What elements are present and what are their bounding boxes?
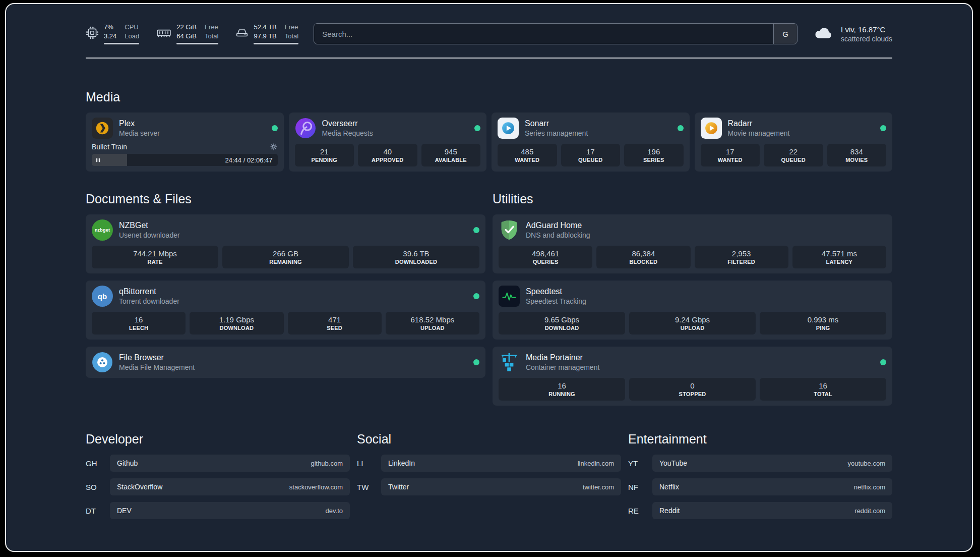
stat-label: UPLOAD bbox=[388, 325, 477, 331]
search-provider-button[interactable]: G bbox=[773, 24, 797, 44]
stat-value: 0 bbox=[631, 381, 754, 390]
service-card-qbittorrent[interactable]: qb qBittorrent Torrent downloader 16 LEE… bbox=[86, 281, 485, 340]
stat-available: 945 AVAILABLE bbox=[421, 144, 481, 166]
service-subtitle: Speedtest Tracking bbox=[526, 297, 586, 305]
bookmark-link-linkedin[interactable]: LinkedIn linkedin.com bbox=[381, 455, 621, 472]
playback-time: 24:44 / 02:06:47 bbox=[225, 156, 273, 164]
resource-widget-memory: 22 GiB 64 GiB Free Total bbox=[156, 23, 218, 44]
bookmark-link-github[interactable]: Github github.com bbox=[110, 455, 350, 472]
stat-value: 9.65 Gbps bbox=[501, 315, 623, 324]
stat-wanted: 485 WANTED bbox=[498, 144, 557, 166]
weather-widget: Lviv, 16.87°C scattered clouds bbox=[813, 25, 892, 43]
service-name: AdGuard Home bbox=[526, 221, 590, 230]
service-card-speedtest[interactable]: Speedtest Speedtest Tracking 9.65 Gbps D… bbox=[493, 281, 892, 340]
service-card-nzbget[interactable]: nzbget NZBGet Usenet downloader 744.21 M… bbox=[86, 214, 485, 273]
stat-value: 1.19 Gbps bbox=[192, 315, 281, 324]
pause-icon[interactable] bbox=[95, 157, 101, 163]
stat-label: LATENCY bbox=[794, 259, 884, 265]
section-title-entertainment: Entertainment bbox=[628, 432, 892, 447]
resource-widget-disk: 52.4 TB 97.9 TB Free Total bbox=[235, 23, 298, 44]
disk-total-label: Total bbox=[285, 32, 298, 41]
status-dot bbox=[272, 125, 278, 131]
bookmark-row-youtube: YT YouTube youtube.com bbox=[628, 455, 892, 472]
gear-icon[interactable] bbox=[270, 143, 278, 151]
plex-now-playing: Bullet Train 24:44 / 02:06:47 bbox=[92, 143, 278, 166]
bookmark-link-reddit[interactable]: Reddit reddit.com bbox=[652, 502, 892, 519]
bookmark-url: reddit.com bbox=[854, 507, 885, 515]
stat-leech: 16 LEECH bbox=[92, 312, 186, 335]
search-input[interactable] bbox=[314, 30, 773, 38]
stat-value: 834 bbox=[829, 147, 885, 156]
service-card-adguard[interactable]: AdGuard Home DNS and adblocking 498,461 … bbox=[493, 214, 892, 273]
now-playing-title: Bullet Train bbox=[92, 143, 127, 151]
stat-series: 196 SERIES bbox=[624, 144, 684, 166]
media-cards: Plex Media server Bullet Train bbox=[86, 113, 892, 172]
cpu-usage-value: 7% bbox=[104, 23, 116, 32]
stat-value: 498,461 bbox=[501, 249, 590, 258]
adguard-icon bbox=[499, 219, 520, 241]
service-card-sonarr[interactable]: Sonarr Series management 485 WANTED 17 Q… bbox=[492, 113, 690, 172]
bookmark-link-twitter[interactable]: Twitter twitter.com bbox=[381, 478, 621, 495]
cloud-icon bbox=[813, 25, 835, 43]
status-dot bbox=[473, 293, 479, 299]
bookmark-link-stackoverflow[interactable]: StackOverflow stackoverflow.com bbox=[110, 478, 350, 495]
status-dot bbox=[880, 125, 886, 131]
stat-label: WANTED bbox=[703, 157, 758, 163]
disk-icon bbox=[235, 26, 249, 41]
bookmark-row-github: GH Github github.com bbox=[86, 455, 350, 472]
stat-rate: 744.21 Mbps RATE bbox=[92, 246, 218, 268]
status-dot bbox=[473, 359, 479, 365]
stat-label: SEED bbox=[290, 325, 380, 331]
speedtest-icon bbox=[499, 286, 520, 307]
stat-downloaded: 39.6 TB DOWNLOADED bbox=[353, 246, 479, 268]
playback-progress-bar[interactable]: 24:44 / 02:06:47 bbox=[92, 154, 278, 166]
service-card-filebrowser[interactable]: File Browser Media File Management bbox=[86, 347, 485, 378]
memory-free-value: 22 GiB bbox=[176, 23, 197, 32]
service-subtitle: Media File Management bbox=[119, 363, 195, 371]
stat-value: 86,384 bbox=[598, 249, 688, 258]
weather-condition: scattered clouds bbox=[841, 35, 892, 43]
section-title-social: Social bbox=[357, 432, 621, 447]
utilities-section: Utilities AdGuard Home DNS and adblockin… bbox=[493, 192, 892, 406]
bookmark-link-dev[interactable]: DEV dev.to bbox=[110, 502, 350, 519]
stat-value: 744.21 Mbps bbox=[94, 249, 216, 258]
stat-value: 0.993 ms bbox=[762, 315, 884, 324]
stat-value: 16 bbox=[501, 381, 623, 390]
bookmark-url: dev.to bbox=[326, 507, 343, 515]
bookmarks-group-entertainment: Entertainment YT YouTube youtube.com NF … bbox=[628, 432, 892, 519]
stat-approved: 40 APPROVED bbox=[358, 144, 417, 166]
service-name: Sonarr bbox=[525, 119, 588, 128]
stat-wanted: 17 WANTED bbox=[701, 144, 760, 166]
bookmark-abbr: DT bbox=[86, 507, 103, 515]
cpu-load-label: Load bbox=[125, 32, 139, 41]
bookmark-row-twitter: TW Twitter twitter.com bbox=[357, 478, 621, 495]
status-dot bbox=[473, 227, 479, 233]
stat-label: REMAINING bbox=[224, 259, 347, 265]
stat-upload: 9.24 Gbps UPLOAD bbox=[629, 312, 756, 335]
service-name: File Browser bbox=[119, 353, 195, 362]
section-title-utilities: Utilities bbox=[493, 192, 892, 206]
bookmark-link-netflix[interactable]: Netflix netflix.com bbox=[652, 478, 892, 495]
stat-queries: 498,461 QUERIES bbox=[499, 246, 592, 268]
overseerr-icon bbox=[295, 118, 316, 139]
filebrowser-icon bbox=[92, 352, 113, 373]
stat-movies: 834 MOVIES bbox=[827, 144, 887, 166]
bookmark-row-reddit: RE Reddit reddit.com bbox=[628, 502, 892, 519]
resource-widgets: 7% 3.24 CPU Load bbox=[86, 23, 298, 44]
service-subtitle: Movie management bbox=[728, 129, 790, 137]
service-card-overseerr[interactable]: Overseerr Media Requests 21 PENDING 40 A… bbox=[289, 113, 487, 172]
service-card-plex[interactable]: Plex Media server Bullet Train bbox=[86, 113, 284, 172]
service-name: Media Portainer bbox=[526, 353, 599, 362]
service-card-portainer[interactable]: Media Portainer Container management 16 … bbox=[493, 347, 892, 406]
stat-label: STOPPED bbox=[631, 391, 754, 397]
stat-label: TOTAL bbox=[762, 391, 884, 397]
bookmark-row-stackoverflow: SO StackOverflow stackoverflow.com bbox=[86, 478, 350, 495]
bookmark-link-youtube[interactable]: YouTube youtube.com bbox=[652, 455, 892, 472]
cpu-icon bbox=[86, 26, 99, 41]
stat-total: 16 TOTAL bbox=[760, 378, 886, 401]
bookmark-abbr: YT bbox=[628, 459, 645, 468]
service-name: Speedtest bbox=[526, 287, 586, 296]
service-card-radarr[interactable]: Radarr Movie management 17 WANTED 22 QUE… bbox=[695, 113, 893, 172]
stat-value: 9.24 Gbps bbox=[631, 315, 754, 324]
bookmark-url: twitter.com bbox=[583, 483, 614, 491]
